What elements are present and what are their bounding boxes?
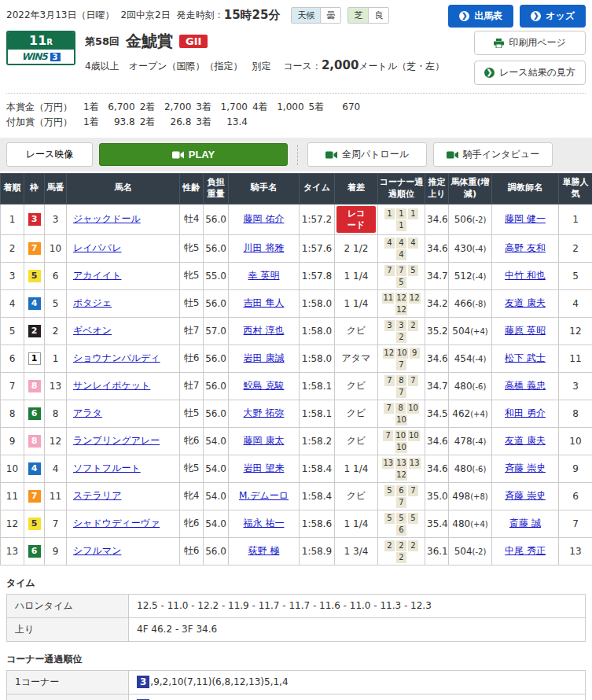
corner-position-chip: 10 <box>395 442 407 453</box>
trainer-name-link[interactable]: 中竹 和也 <box>505 270 546 281</box>
jockey-name-link[interactable]: 鮫島 克駿 <box>244 380 285 391</box>
horse-name-link[interactable]: シャドウディーヴァ <box>73 518 160 529</box>
jockey-name-link[interactable]: 幸 英明 <box>248 270 280 281</box>
result-row: 2710レイパパレ牝556.0川田 将雅1:57.62 1/2444434.64… <box>1 234 592 262</box>
corner-position-chip: 4 <box>396 249 406 260</box>
win5-text: WIN5 <box>21 51 46 62</box>
finish-time: 1:58.2 <box>300 427 335 455</box>
finish-time: 1:58.4 <box>300 455 335 482</box>
result-row: 133ジャックドール牡456.0藤岡 佑介1:57.2レコード111134.65… <box>1 204 592 234</box>
body-weight: 506(-2) <box>449 204 492 234</box>
last-3f: 34.6 <box>425 427 449 455</box>
course-suffix: メートル（芝・左） <box>359 61 444 72</box>
sex-age: 牝5 <box>180 262 204 289</box>
horse-name-link[interactable]: シフルマン <box>73 545 121 556</box>
horse-name-link[interactable]: アカイイト <box>73 270 121 281</box>
carried-weight: 54.0 <box>204 455 229 482</box>
trainer-name-link[interactable]: 高橋 義忠 <box>505 380 546 391</box>
entries-button[interactable]: 出馬表 <box>448 5 513 28</box>
trainer-name-link[interactable]: 松下 武士 <box>505 352 546 363</box>
win-popularity: 12 <box>559 317 592 344</box>
body-weight: 512(-4) <box>449 262 492 289</box>
corner-position-chip: 7 <box>384 375 395 386</box>
finish-position: 4 <box>1 289 24 317</box>
patrol-video-button[interactable]: 全周パトロール <box>307 142 427 167</box>
trainer-name-link[interactable]: 高野 友和 <box>505 242 546 253</box>
corner-position-chip: 12 <box>395 304 407 315</box>
prize-value: 13.4 <box>211 116 248 127</box>
trainer-name-link[interactable]: 藤原 英昭 <box>505 325 546 336</box>
trainer-name-link[interactable]: 友道 康夫 <box>505 435 546 446</box>
frame-number-badge: 8 <box>28 435 41 448</box>
jockey-interview-button[interactable]: 騎手インタビュー <box>433 142 553 167</box>
result-row: 868アラタ牡556.0大野 拓弥1:58.1クビ78101034.5462(+… <box>1 400 592 427</box>
horse-name-link[interactable]: ショウナンバルディ <box>73 352 160 363</box>
results-guide-button[interactable]: レース結果の見方 <box>474 61 586 85</box>
body-weight-diff: (-8) <box>472 300 487 308</box>
trainer-name-link[interactable]: 斉藤 崇史 <box>505 462 546 473</box>
trainer-name-link[interactable]: 友道 康夫 <box>505 297 546 308</box>
finish-time: 1:58.9 <box>300 537 335 565</box>
corner-position-chip: 12 <box>395 470 407 481</box>
corner-position-chip: 10 <box>395 414 407 426</box>
last-3f: 35.4 <box>425 510 449 537</box>
jockey-name-link[interactable]: 藤岡 佑介 <box>244 213 285 224</box>
horse-name-link[interactable]: ステラリア <box>73 490 121 501</box>
corner-position-chip: 5 <box>408 265 418 276</box>
horse-name-link[interactable]: ランブリングアレー <box>73 435 160 446</box>
horse-name-link[interactable]: ソフトフルート <box>73 462 141 473</box>
margin: クビ <box>335 482 378 510</box>
jockey-name-link[interactable]: 荻野 極 <box>248 545 280 556</box>
jockey-name-link[interactable]: 藤岡 康太 <box>244 435 285 446</box>
corner-position-chip: 10 <box>408 430 420 441</box>
result-row: 9812ランブリングアレー牝654.0藤岡 康太1:58.2クビ71010103… <box>1 427 592 455</box>
play-button[interactable]: PLAY <box>99 143 288 166</box>
jockey-name-link[interactable]: 吉田 隼人 <box>244 297 285 308</box>
race-conditions: 4歳以上 オープン（国際）（指定） 別定 コース：2,000メートル（芝・左） <box>85 58 444 73</box>
horse-name-link[interactable]: レイパパレ <box>73 242 121 253</box>
corner-position-chip: 1 <box>396 220 406 231</box>
weather-label: 天候 <box>292 8 320 23</box>
jockey-name-link[interactable]: 岩田 望来 <box>244 462 285 473</box>
column-header: 調教師名 <box>492 174 559 204</box>
column-header: 推定上り <box>425 174 449 204</box>
frame-cell: 1 <box>24 344 45 372</box>
horse-number: 10 <box>45 234 67 262</box>
prize-value: 93.8 <box>99 116 135 127</box>
frame-cell: 4 <box>24 289 45 317</box>
horse-name-link[interactable]: アラタ <box>73 407 102 418</box>
result-row: 445ポタジェ牡556.0吉田 隼人1:58.01 1/41112121234.… <box>1 289 592 317</box>
jockey-name-link[interactable]: 西村 淳也 <box>244 325 285 336</box>
print-page-button[interactable]: 印刷用ページ <box>474 31 586 55</box>
time-section-heading: タイム <box>6 577 586 590</box>
corner-position-chip: 7 <box>396 497 406 508</box>
horse-name-link[interactable]: ポタジェ <box>73 297 112 308</box>
trainer-name-link[interactable]: 斎藤 誠 <box>509 518 541 529</box>
odds-button[interactable]: オッズ <box>520 5 586 28</box>
body-weight: 430(-4) <box>449 234 492 262</box>
jockey-name-link[interactable]: M.デムーロ <box>239 490 289 501</box>
horse-number: 12 <box>45 427 67 455</box>
sex-age: 牡7 <box>180 372 204 400</box>
win-popularity: 8 <box>559 400 592 427</box>
horse-name-link[interactable]: サンレイポケット <box>73 380 150 391</box>
horse-name-link[interactable]: ギベオン <box>73 325 112 336</box>
trainer-name-link[interactable]: 和田 勇介 <box>505 407 546 418</box>
time-row-label: 上り <box>7 617 129 641</box>
body-weight-diff: (-6) <box>472 465 487 473</box>
jockey-name-link[interactable]: 川田 将雅 <box>244 242 285 253</box>
jockey-name-link[interactable]: 岩田 康誠 <box>244 352 285 363</box>
corner-row-label: 1コーナー <box>7 670 129 694</box>
margin: 1 1/4 <box>335 510 378 537</box>
horse-name-link[interactable]: ジャックドール <box>73 213 141 224</box>
trainer-name-link[interactable]: 中尾 秀正 <box>505 545 546 556</box>
race-video-button[interactable]: レース映像 <box>6 142 93 167</box>
last-3f: 34.6 <box>425 204 449 234</box>
finish-time: 1:58.1 <box>300 372 335 400</box>
jockey-name-link[interactable]: 福永 祐一 <box>244 518 285 529</box>
jockey-name-link[interactable]: 大野 拓弥 <box>244 407 285 418</box>
horse-number: 11 <box>45 482 67 510</box>
trainer-name-link[interactable]: 藤岡 健一 <box>505 213 546 224</box>
trainer-name-link[interactable]: 斉藤 崇史 <box>505 490 546 501</box>
sex-age: 牡4 <box>180 204 204 234</box>
